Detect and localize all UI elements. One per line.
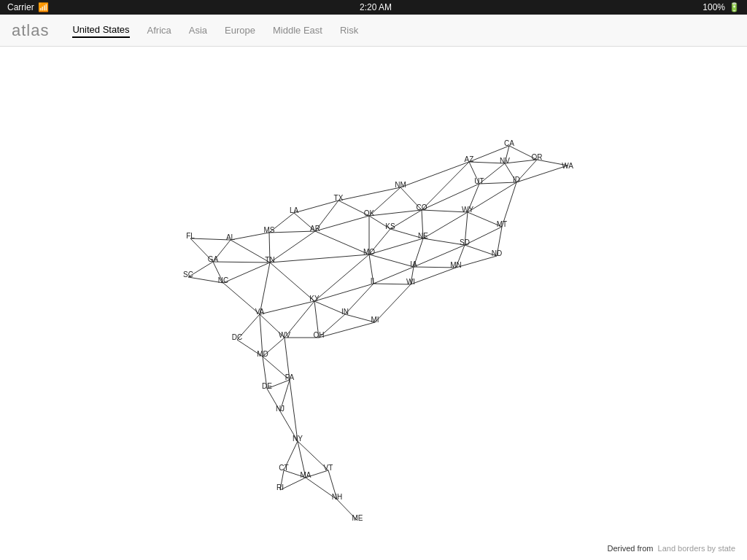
state-OR: OR: [532, 153, 543, 161]
svg-line-95: [290, 380, 298, 441]
svg-line-54: [270, 231, 315, 262]
state-CA: CA: [504, 139, 514, 147]
state-NE: NE: [418, 232, 428, 240]
svg-line-68: [270, 262, 314, 301]
svg-line-26: [423, 212, 468, 238]
svg-line-63: [314, 284, 374, 301]
nav-asia[interactable]: Asia: [189, 23, 207, 37]
battery-label: 100%: [703, 2, 725, 12]
state-ND: ND: [492, 249, 502, 257]
svg-line-60: [374, 284, 411, 284]
state-NV: NV: [500, 157, 510, 165]
main-content: WA OR CA ID NV AZ UT MT WY CO NM ND SD N…: [0, 47, 747, 560]
svg-line-61: [375, 284, 411, 322]
state-CO: CO: [417, 203, 427, 211]
svg-line-74: [213, 262, 270, 262]
state-UT: UT: [474, 177, 484, 185]
state-MS: MS: [264, 226, 275, 234]
svg-line-32: [423, 238, 465, 245]
nav-bar: atlas United States Africa Asia Europe M…: [0, 15, 747, 47]
state-GA: GA: [208, 255, 219, 263]
wifi-icon: 📶: [38, 2, 49, 12]
state-KS: KS: [385, 222, 395, 230]
state-MO: MO: [363, 248, 375, 256]
state-VA: VA: [255, 308, 265, 316]
state-ID: ID: [513, 176, 520, 184]
svg-line-12: [468, 182, 516, 212]
svg-line-52: [270, 254, 369, 262]
state-LA: LA: [290, 206, 299, 214]
svg-line-69: [260, 301, 314, 314]
state-KY: KY: [309, 295, 320, 303]
state-NH: NH: [332, 493, 342, 501]
svg-line-19: [338, 187, 400, 201]
footer-prefix: Derived from: [608, 544, 654, 553]
svg-line-17: [422, 162, 469, 210]
state-AR: AR: [310, 225, 320, 233]
carrier-label: Carrier: [7, 2, 34, 12]
state-AL: AL: [226, 233, 236, 241]
svg-line-75: [231, 240, 270, 262]
state-MD: MD: [257, 350, 268, 358]
svg-line-77: [190, 238, 231, 240]
state-NC: NC: [218, 276, 228, 284]
svg-line-53: [315, 231, 369, 254]
svg-line-45: [411, 268, 456, 284]
state-WI: WI: [406, 278, 415, 286]
svg-line-51: [314, 254, 369, 301]
time-display: 2:20 AM: [360, 2, 392, 12]
state-AZ: AZ: [465, 155, 474, 163]
state-NJ: NJ: [276, 405, 285, 413]
state-MA: MA: [301, 471, 311, 479]
battery-icon: 🔋: [729, 2, 740, 12]
status-left: Carrier 📶: [7, 2, 49, 12]
state-MT: MT: [497, 220, 507, 228]
nav-risk[interactable]: Risk: [340, 23, 358, 37]
state-WA: WA: [562, 162, 573, 170]
state-WV: WV: [279, 331, 290, 339]
state-labels: WA OR CA ID NV AZ UT MT WY CO NM ND SD N…: [183, 139, 573, 522]
nav-europe[interactable]: Europe: [225, 23, 255, 37]
state-SD: SD: [460, 238, 470, 246]
state-OH: OH: [314, 331, 325, 339]
status-right: 100% 🔋: [703, 2, 740, 12]
nav-united-states[interactable]: United States: [72, 23, 129, 38]
svg-line-102: [280, 478, 306, 490]
state-IL: IL: [371, 277, 377, 285]
state-TX: TX: [334, 194, 344, 202]
footer-text: Land borders by state: [658, 544, 735, 553]
state-IN: IN: [341, 308, 349, 316]
footer-note: Derived from Land borders by state: [608, 544, 736, 553]
state-MN: MN: [450, 261, 462, 269]
state-OK: OK: [364, 209, 375, 217]
state-CT: CT: [279, 464, 288, 472]
state-FL: FL: [186, 232, 195, 240]
svg-line-73: [223, 262, 270, 283]
state-WY: WY: [462, 206, 473, 214]
status-bar: Carrier 📶 2:20 AM 100% 🔋: [0, 0, 747, 15]
svg-line-62: [345, 284, 374, 314]
state-IA: IA: [410, 260, 417, 268]
atlas-logo: atlas: [12, 21, 49, 40]
state-ME: ME: [352, 514, 363, 522]
map-edges: [188, 146, 568, 521]
svg-line-66: [314, 301, 345, 314]
svg-line-24: [422, 210, 468, 212]
state-PA: PA: [285, 373, 295, 381]
nav-africa[interactable]: Africa: [147, 23, 171, 37]
state-MI: MI: [371, 316, 379, 324]
svg-line-43: [294, 201, 338, 213]
us-map-svg: WA OR CA ID NV AZ UT MT WY CO NM ND SD N…: [0, 47, 747, 560]
state-DE: DE: [262, 382, 272, 390]
svg-line-41: [315, 216, 369, 231]
state-NY: NY: [293, 435, 303, 443]
svg-line-72: [260, 262, 270, 314]
state-NM: NM: [395, 181, 406, 189]
state-SC: SC: [183, 271, 193, 279]
svg-line-23: [465, 227, 502, 245]
svg-line-49: [369, 254, 414, 267]
nav-middle-east[interactable]: Middle East: [273, 23, 322, 37]
state-VT: VT: [324, 464, 333, 472]
state-RI: RI: [276, 483, 284, 491]
svg-line-55: [269, 231, 315, 233]
